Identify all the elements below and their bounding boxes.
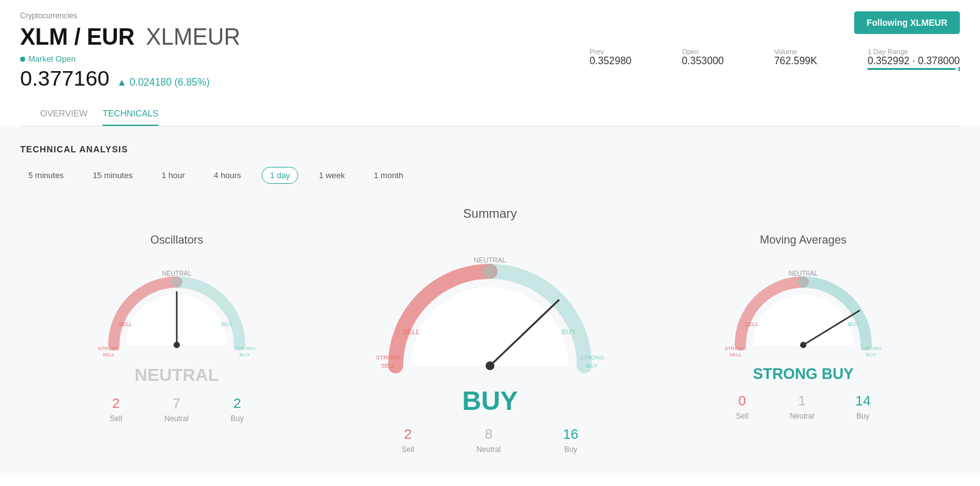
svg-text:SELL: SELL bbox=[103, 352, 115, 358]
moving-averages-title: Moving Averages bbox=[760, 234, 847, 247]
ma-buy: 14 Buy bbox=[855, 393, 871, 421]
page: Cryptocurrencies XLM / EUR XLMEUR Market… bbox=[0, 0, 980, 486]
svg-text:STRONG: STRONG bbox=[860, 346, 882, 351]
summary-counts: 2 Sell 8 Neutral 16 Buy bbox=[370, 426, 610, 454]
oscillators-sell: 2 Sell bbox=[109, 395, 122, 423]
summary-title: Summary bbox=[20, 206, 960, 221]
svg-text:STRONG: STRONG bbox=[98, 346, 120, 351]
moving-averages-section: Moving Averages NEUTRAL SELL BUY STRONG bbox=[647, 234, 960, 454]
svg-text:SELL: SELL bbox=[118, 321, 132, 327]
gauges-container: Oscillators NEUTRAL SELL BUY STRONG bbox=[20, 234, 960, 454]
range-bar bbox=[867, 68, 960, 70]
svg-text:NEUTRAL: NEUTRAL bbox=[474, 256, 506, 264]
oscillators-title: Oscillators bbox=[150, 234, 203, 247]
moving-averages-gauge: NEUTRAL SELL BUY STRONG SELL STRONG BUY bbox=[721, 257, 885, 358]
summary-section: NEUTRAL SELL BUY STRONG SELL STRONG BUY … bbox=[333, 234, 647, 454]
svg-text:NEUTRAL: NEUTRAL bbox=[789, 270, 818, 277]
price-section: 0.377160 ▲ 0.024180 (6.85%) bbox=[20, 66, 240, 91]
svg-text:BUY: BUY bbox=[866, 352, 877, 358]
svg-text:SELL: SELL bbox=[745, 321, 759, 327]
market-status: Market Open bbox=[20, 54, 75, 64]
svg-point-10 bbox=[486, 361, 494, 370]
svg-text:BUY: BUY bbox=[240, 352, 250, 358]
oscillators-neutral: 7 Neutral bbox=[164, 395, 189, 423]
svg-text:SELL: SELL bbox=[729, 352, 742, 358]
oscillators-section: Oscillators NEUTRAL SELL BUY STRONG bbox=[20, 234, 333, 454]
svg-text:SELL: SELL bbox=[381, 363, 395, 369]
stat-open: Open 0.353000 bbox=[682, 48, 724, 70]
price-change: ▲ 0.024180 (6.85%) bbox=[117, 77, 209, 88]
summary-buy: 16 Buy bbox=[563, 426, 578, 454]
summary-gauge: NEUTRAL SELL BUY STRONG SELL STRONG BUY bbox=[370, 234, 610, 378]
svg-text:BUY: BUY bbox=[221, 321, 233, 327]
page-title: XLM / EUR XLMEUR bbox=[20, 24, 240, 50]
oscillators-gauge: NEUTRAL SELL BUY STRONG SELL STRONG BUY bbox=[95, 257, 259, 358]
moving-averages-result: STRONG BUY bbox=[753, 365, 854, 383]
svg-text:STRONG: STRONG bbox=[725, 346, 746, 351]
svg-text:BUY: BUY bbox=[586, 363, 598, 369]
section-title: TECHNICAL ANALYSIS bbox=[20, 144, 960, 154]
svg-point-19 bbox=[800, 342, 806, 348]
svg-text:SELL: SELL bbox=[403, 328, 420, 336]
svg-text:NEUTRAL: NEUTRAL bbox=[162, 270, 192, 277]
breadcrumb: Cryptocurrencies bbox=[20, 11, 240, 20]
status-dot bbox=[20, 57, 25, 62]
oscillators-counts: 2 Sell 7 Neutral 2 Buy bbox=[89, 395, 265, 423]
svg-text:BUY: BUY bbox=[562, 328, 576, 336]
tabs: OVERVIEW TECHNICALS bbox=[20, 101, 960, 127]
time-filter-1w[interactable]: 1 week bbox=[311, 167, 353, 184]
stat-range: 1 Day Range 0.352992 · 0.378000 bbox=[867, 48, 960, 70]
time-filter-1h[interactable]: 1 hour bbox=[153, 167, 193, 184]
stat-prev: Prev 0.352980 bbox=[589, 48, 632, 70]
ticker-symbol: XLMEUR bbox=[146, 24, 240, 50]
title-row: XLM / EUR XLMEUR bbox=[20, 24, 240, 50]
summary-neutral: 8 Neutral bbox=[476, 426, 501, 454]
ma-neutral: 1 Neutral bbox=[789, 393, 814, 421]
svg-text:STRONG: STRONG bbox=[376, 354, 401, 361]
svg-text:STRONG: STRONG bbox=[580, 354, 604, 361]
ma-sell: 0 Sell bbox=[736, 393, 749, 421]
summary-sell: 2 Sell bbox=[401, 426, 414, 454]
oscillators-result: NEUTRAL bbox=[135, 365, 219, 385]
content: TECHNICAL ANALYSIS 5 minutes 15 minutes … bbox=[0, 127, 980, 473]
tab-technicals[interactable]: TECHNICALS bbox=[103, 101, 159, 126]
oscillators-buy: 2 Buy bbox=[231, 395, 244, 423]
moving-averages-counts: 0 Sell 1 Neutral 14 Buy bbox=[715, 393, 891, 421]
follow-button[interactable]: Following XLMEUR bbox=[854, 11, 960, 34]
time-filters: 5 minutes 15 minutes 1 hour 4 hours 1 da… bbox=[20, 167, 960, 184]
stat-volume: Volume 762.599K bbox=[774, 48, 818, 70]
stats-section: Prev 0.352980 Open 0.353000 Volume 762.5… bbox=[589, 42, 960, 70]
time-filter-4h[interactable]: 4 hours bbox=[206, 167, 249, 184]
current-price: 0.377160 bbox=[20, 66, 109, 91]
svg-point-1 bbox=[174, 342, 180, 348]
time-filter-5min[interactable]: 5 minutes bbox=[20, 167, 72, 184]
header: Cryptocurrencies XLM / EUR XLMEUR Market… bbox=[0, 0, 980, 127]
svg-text:BUY: BUY bbox=[848, 321, 860, 327]
time-filter-1d[interactable]: 1 day bbox=[262, 167, 298, 184]
summary-result: BUY bbox=[462, 386, 518, 416]
time-filter-15min[interactable]: 15 minutes bbox=[84, 167, 141, 184]
tab-overview[interactable]: OVERVIEW bbox=[40, 101, 87, 126]
svg-text:STRONG: STRONG bbox=[234, 346, 255, 351]
time-filter-1m[interactable]: 1 month bbox=[365, 167, 411, 184]
